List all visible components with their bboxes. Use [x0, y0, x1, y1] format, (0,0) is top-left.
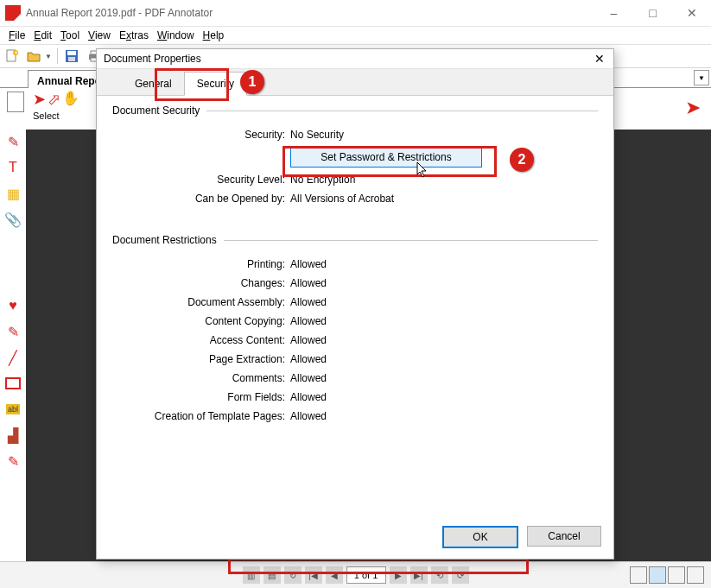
arrow-tool-alt-icon[interactable]: ⬀ — [48, 90, 60, 109]
menu-file[interactable]: File — [5, 28, 29, 43]
cursor-tool-icon[interactable]: ➤ — [685, 97, 701, 119]
highlight-box-bottom — [228, 558, 529, 574]
heart-icon[interactable]: ♥ — [4, 297, 22, 314]
callout-1: 1 — [240, 70, 264, 94]
pen2-icon[interactable]: ✎ — [4, 323, 22, 340]
restriction-value: Allowed — [290, 372, 327, 384]
restriction-label: Content Copying: — [112, 315, 290, 327]
layout-1-icon[interactable] — [630, 566, 647, 584]
layout-4-icon[interactable] — [687, 566, 704, 584]
restriction-value: Allowed — [290, 353, 327, 365]
hand-tool-icon[interactable]: ✋ — [62, 90, 79, 109]
pen3-icon[interactable]: ✎ — [4, 452, 22, 470]
menu-view[interactable]: View — [85, 28, 114, 43]
menu-window[interactable]: Window — [154, 28, 198, 43]
restriction-row: Comments:Allowed — [112, 369, 598, 388]
menu-tool[interactable]: Tool — [57, 28, 83, 43]
window-title: Annual Report 2019.pdf - PDF Annotator — [26, 7, 213, 19]
menu-edit[interactable]: Edit — [30, 28, 55, 43]
maximize-button[interactable]: □ — [633, 0, 672, 26]
svg-text:✦: ✦ — [14, 50, 18, 55]
text-tool-icon[interactable]: T — [4, 159, 22, 176]
tab-dropdown-icon[interactable]: ▼ — [694, 70, 709, 85]
group-document-restrictions: Document Restrictions — [112, 234, 217, 246]
restriction-label: Changes: — [112, 277, 290, 289]
pen-red-icon[interactable]: ✎ — [4, 133, 22, 150]
restriction-label: Printing: — [112, 258, 290, 270]
ok-button[interactable]: OK — [442, 526, 518, 548]
menu-help[interactable]: Help — [200, 28, 228, 43]
restriction-row: Document Assembly:Allowed — [112, 293, 598, 312]
menubar: File Edit Tool View Extras Window Help — [0, 27, 711, 45]
restriction-row: Content Copying:Allowed — [112, 312, 598, 331]
restriction-value: Allowed — [290, 277, 327, 289]
open-icon[interactable] — [26, 47, 43, 65]
attach-icon[interactable]: 📎 — [4, 211, 22, 228]
callout-2: 2 — [510, 148, 534, 172]
menu-extras[interactable]: Extras — [116, 28, 152, 43]
restriction-value: Allowed — [290, 391, 327, 403]
app-icon — [5, 5, 21, 21]
restriction-value: Allowed — [290, 410, 327, 422]
dialog-title: Document Properties — [104, 53, 201, 65]
stamp-icon[interactable]: ▟ — [4, 427, 22, 444]
restriction-label: Comments: — [112, 372, 290, 384]
restriction-row: Page Extraction:Allowed — [112, 350, 598, 369]
value-opened-by: All Versions of Acrobat — [290, 193, 394, 205]
label-security-level: Security Level: — [112, 174, 290, 186]
dialog-close-button[interactable]: ✕ — [594, 52, 605, 66]
page-thumb-icon[interactable] — [7, 92, 24, 112]
restriction-label: Access Content: — [112, 334, 290, 346]
restriction-row: Printing:Allowed — [112, 255, 598, 274]
restriction-label: Creation of Template Pages: — [112, 410, 290, 422]
group-document-security: Document Security — [112, 104, 200, 117]
restriction-value: Allowed — [290, 315, 327, 327]
restriction-row: Changes:Allowed — [112, 274, 598, 293]
new-icon[interactable]: ✦ — [3, 47, 21, 65]
restriction-value: Allowed — [290, 258, 327, 270]
dialog-titlebar: Document Properties ✕ — [97, 49, 613, 68]
layout-2-icon[interactable] — [649, 566, 666, 584]
restriction-value: Allowed — [290, 296, 327, 308]
restriction-label: Form Fields: — [112, 391, 290, 403]
save-icon[interactable] — [63, 47, 80, 65]
close-button[interactable]: ✕ — [672, 0, 711, 26]
svg-rect-4 — [67, 51, 76, 55]
restriction-row: Form Fields:Allowed — [112, 388, 598, 407]
abl-icon[interactable]: abl — [4, 401, 22, 418]
highlight-box-security-tab — [155, 68, 229, 101]
left-toolbar: ✎ T ▦ 📎 ♥ ✎ ╱ abl ▟ ✎ — [0, 130, 27, 562]
note-icon[interactable]: ▦ — [4, 185, 22, 202]
minimize-button[interactable]: – — [594, 0, 633, 26]
arrow-tool-icon[interactable]: ➤ — [33, 90, 46, 109]
svg-rect-5 — [68, 57, 75, 61]
select-label: Select — [33, 111, 79, 121]
select-group: ➤ ⬀ ✋ Select — [33, 90, 79, 121]
rect-icon[interactable] — [4, 375, 22, 392]
restriction-label: Document Assembly: — [112, 296, 290, 308]
highlight-box-set-password — [282, 146, 497, 177]
restriction-value: Allowed — [290, 334, 327, 346]
restriction-label: Page Extraction: — [112, 353, 290, 365]
restriction-row: Access Content:Allowed — [112, 331, 598, 350]
restriction-row: Creation of Template Pages:Allowed — [112, 407, 598, 426]
cancel-button[interactable]: Cancel — [527, 526, 601, 547]
label-security: Security: — [112, 129, 290, 141]
titlebar: Annual Report 2019.pdf - PDF Annotator –… — [0, 0, 711, 27]
open-dropdown-icon[interactable]: ▼ — [45, 53, 52, 60]
label-opened-by: Can be Opened by: — [112, 193, 290, 205]
layout-3-icon[interactable] — [668, 566, 685, 584]
document-properties-dialog: Document Properties ✕ General Security 1… — [96, 48, 614, 560]
value-security: No Security — [290, 129, 344, 141]
line-icon[interactable]: ╱ — [4, 349, 22, 366]
